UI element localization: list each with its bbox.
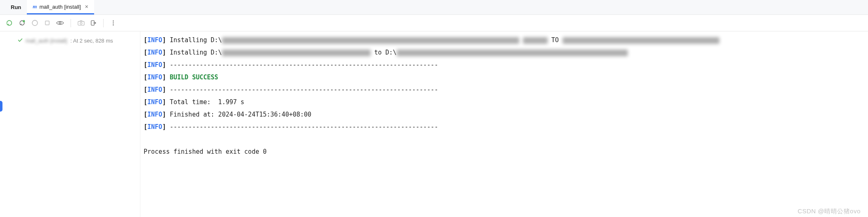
svg-rect-4 [78, 21, 84, 25]
tree-item-label: mall_auth [install] [26, 38, 67, 44]
svg-point-3 [59, 22, 61, 24]
tab-run-label: Run [11, 4, 21, 10]
toolbar-separator [103, 19, 104, 27]
toolbar [0, 15, 868, 31]
svg-rect-2 [45, 21, 49, 25]
stop-icon[interactable] [44, 20, 50, 26]
log-line: [INFO] ---------------------------------… [144, 83, 868, 96]
svg-point-1 [32, 20, 38, 26]
main-area: mall_auth [install]: At 2 sec, 828 ms [I… [0, 31, 868, 217]
svg-point-9 [113, 24, 114, 26]
svg-point-0 [23, 20, 25, 22]
run-tool-window: Run m mall_auth [install] × [0, 0, 868, 217]
svg-point-5 [80, 22, 82, 24]
exit-icon[interactable] [90, 20, 97, 26]
log-line: [INFO] ---------------------------------… [144, 59, 868, 71]
test-tree-panel: mall_auth [install]: At 2 sec, 828 ms [0, 31, 140, 217]
close-icon[interactable]: × [85, 3, 88, 10]
toolbar-separator [71, 19, 71, 27]
maven-icon: m [33, 3, 37, 10]
tabs-bar: Run m mall_auth [install] × [0, 0, 868, 15]
log-blank [144, 133, 868, 145]
rerun-failed-button[interactable] [19, 19, 26, 26]
check-icon [17, 37, 23, 44]
tree-item-detail: : At 2 sec, 828 ms [70, 38, 113, 44]
exit-code-line: Process finished with exit code 0 [144, 145, 868, 158]
log-line: [INFO] Finished at: 2024-04-24T15:36:40+… [144, 108, 868, 121]
tab-mall-auth-install[interactable]: m mall_auth [install] × [27, 0, 94, 14]
svg-point-8 [113, 22, 114, 24]
rerun-button[interactable] [6, 19, 13, 26]
log-line: [INFO] Installing D:\ TO [144, 34, 868, 46]
log-line: [INFO] BUILD SUCCESS [144, 71, 868, 83]
tab-run[interactable]: Run [5, 0, 27, 14]
show-passed-icon[interactable] [56, 20, 64, 26]
watermark: CSDN @晴晴公猪ovo [797, 207, 861, 215]
screenshot-icon[interactable] [78, 20, 85, 26]
console-output[interactable]: [INFO] Installing D:\ TO [INFO] Installi… [140, 31, 868, 217]
log-line: [INFO] Total time: 1.997 s [144, 96, 868, 108]
svg-point-7 [113, 21, 114, 22]
log-line: [INFO] Installing D:\ to D:\ [144, 46, 868, 59]
more-icon[interactable] [110, 20, 116, 26]
left-scroll-marker [0, 101, 2, 112]
tree-item[interactable]: mall_auth [install]: At 2 sec, 828 ms [4, 36, 136, 45]
stop-button[interactable] [31, 19, 38, 26]
log-line: [INFO] ---------------------------------… [144, 121, 868, 133]
tab-active-label: mall_auth [install] [39, 4, 80, 10]
